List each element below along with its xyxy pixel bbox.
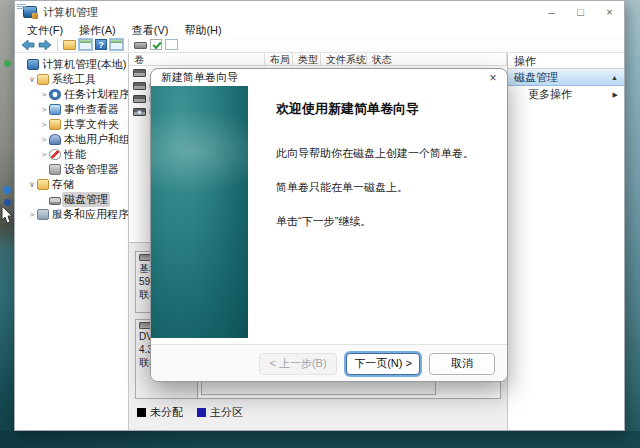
legend-primary-partition: 主分区 bbox=[197, 405, 243, 420]
desktop-icon-green bbox=[4, 60, 11, 67]
storage-icon bbox=[37, 179, 49, 190]
shared-folders-icon bbox=[49, 119, 61, 130]
tree-item-device-manager[interactable]: 设备管理器 bbox=[15, 162, 128, 177]
dialog-footer: < 上一步(B) 下一页(N) > 取消 bbox=[151, 344, 507, 382]
desktop: 计算机管理 – □ × 文件(F) 操作(A) 查看(V) 帮助(H) ? bbox=[0, 0, 640, 448]
tree-item-local-users-groups[interactable]: > 本地用户和组 bbox=[15, 132, 128, 147]
mouse-cursor bbox=[1, 206, 15, 224]
dialog-title-bar: 新建简单卷向导 × bbox=[151, 69, 507, 86]
volume-list-header: 卷 布局 类型 文件系统 状态 bbox=[129, 53, 507, 66]
check-document-icon[interactable] bbox=[150, 39, 162, 50]
tree-item-storage[interactable]: ∨ 存储 bbox=[15, 177, 128, 192]
window-title: 计算机管理 bbox=[43, 5, 98, 20]
column-layout[interactable]: 布局 bbox=[265, 53, 293, 65]
tree-item-disk-management[interactable]: 磁盘管理 bbox=[15, 192, 128, 207]
dialog-body: 欢迎使用新建简单卷向导 此向导帮助你在磁盘上创建一个简单卷。 简单卷只能在单一磁… bbox=[151, 86, 507, 344]
collapse-chevron-icon[interactable]: ▲ bbox=[611, 74, 618, 81]
system-tools-icon bbox=[37, 74, 49, 85]
column-status[interactable]: 状态 bbox=[367, 53, 507, 65]
legend: 未分配 主分区 bbox=[137, 405, 243, 420]
users-groups-icon bbox=[49, 134, 61, 145]
properties-icon[interactable] bbox=[165, 39, 178, 50]
tree-item-event-viewer[interactable]: > 事件查看器 bbox=[15, 102, 128, 117]
wizard-paragraph: 简单卷只能在单一磁盘上。 bbox=[276, 180, 487, 195]
primary-partition-swatch bbox=[197, 408, 206, 417]
legend-unallocated: 未分配 bbox=[137, 405, 183, 420]
event-viewer-icon bbox=[49, 104, 61, 115]
actions-group-disk-management[interactable]: 磁盘管理 ▲ bbox=[508, 69, 624, 86]
disk-volume-icon bbox=[133, 82, 146, 90]
maximize-button[interactable]: □ bbox=[566, 1, 595, 23]
actions-pane: 操作 磁盘管理 ▲ 更多操作 ▶ bbox=[507, 53, 624, 430]
services-icon bbox=[37, 209, 49, 220]
toolbar-separator bbox=[57, 39, 58, 51]
unallocated-swatch bbox=[137, 408, 146, 417]
disk-volume-icon bbox=[133, 69, 146, 77]
toolbar-separator-2 bbox=[128, 39, 129, 51]
console-tree: 计算机管理(本地) ∨ 系统工具 > 任务计划程序 > 事件查看器 bbox=[15, 53, 129, 430]
new-simple-volume-wizard-dialog: 新建简单卷向导 × 欢迎使用新建简单卷向导 此向导帮助你在磁盘上创建一个简单卷。… bbox=[150, 68, 508, 382]
forward-icon[interactable] bbox=[38, 39, 52, 51]
minimize-button[interactable]: – bbox=[537, 1, 566, 23]
toolbar: ? bbox=[15, 37, 624, 53]
task-scheduler-icon bbox=[49, 89, 61, 100]
dialog-close-icon[interactable]: × bbox=[479, 71, 507, 85]
tree-item-system-tools[interactable]: ∨ 系统工具 bbox=[15, 72, 128, 87]
app-icon bbox=[23, 6, 37, 18]
tree-item-performance[interactable]: > 性能 bbox=[15, 147, 128, 162]
console-window-icon[interactable] bbox=[79, 39, 92, 50]
actions-header: 操作 bbox=[508, 53, 624, 69]
column-type[interactable]: 类型 bbox=[293, 53, 321, 65]
desktop-wallpaper-bottom bbox=[0, 431, 640, 448]
disk-volume-icon bbox=[133, 95, 146, 103]
dialog-title: 新建简单卷向导 bbox=[161, 70, 238, 85]
disk-icon[interactable] bbox=[134, 42, 147, 49]
column-volume[interactable]: 卷 bbox=[129, 53, 265, 65]
expand-chevron-icon: ▶ bbox=[613, 91, 618, 99]
close-button[interactable]: × bbox=[595, 1, 624, 23]
computer-icon bbox=[27, 59, 39, 70]
tree-item-task-scheduler[interactable]: > 任务计划程序 bbox=[15, 87, 128, 102]
tree-item-computer-management[interactable]: 计算机管理(本地) bbox=[15, 57, 128, 72]
tree-item-shared-folders[interactable]: > 共享文件夹 bbox=[15, 117, 128, 132]
cancel-button[interactable]: 取消 bbox=[429, 353, 495, 375]
menu-view[interactable]: 查看(V) bbox=[124, 23, 177, 38]
menu-help[interactable]: 帮助(H) bbox=[176, 23, 229, 38]
wizard-heading: 欢迎使用新建简单卷向导 bbox=[276, 100, 487, 118]
tree-item-services-applications[interactable]: > 服务和应用程序 bbox=[15, 207, 128, 222]
device-manager-icon bbox=[49, 164, 61, 175]
wizard-sidebar-image bbox=[151, 86, 248, 338]
title-bar: 计算机管理 – □ × bbox=[15, 1, 624, 23]
next-button[interactable]: 下一页(N) > bbox=[346, 353, 420, 375]
back-button: < 上一步(B) bbox=[259, 353, 337, 375]
wizard-paragraph: 单击“下一步”继续。 bbox=[276, 214, 487, 229]
wizard-paragraph: 此向导帮助你在磁盘上创建一个简单卷。 bbox=[276, 146, 487, 161]
help-icon[interactable]: ? bbox=[95, 39, 107, 50]
performance-icon bbox=[49, 149, 61, 160]
desktop-wallpaper-left bbox=[0, 0, 14, 448]
desktop-wallpaper-right bbox=[625, 0, 640, 448]
desktop-icon-blue bbox=[3, 186, 11, 194]
menu-file[interactable]: 文件(F) bbox=[19, 23, 71, 38]
menu-bar: 文件(F) 操作(A) 查看(V) 帮助(H) bbox=[15, 23, 624, 37]
menu-action[interactable]: 操作(A) bbox=[71, 23, 124, 38]
desktop-icon-blue2 bbox=[4, 199, 11, 206]
open-folder-icon[interactable] bbox=[63, 40, 76, 50]
column-filesystem[interactable]: 文件系统 bbox=[321, 53, 367, 65]
back-icon[interactable] bbox=[21, 39, 35, 51]
disk-management-icon bbox=[49, 197, 61, 205]
actions-more[interactable]: 更多操作 ▶ bbox=[508, 86, 624, 103]
console-window-icon-2[interactable] bbox=[110, 39, 123, 50]
cd-volume-icon bbox=[133, 108, 146, 116]
